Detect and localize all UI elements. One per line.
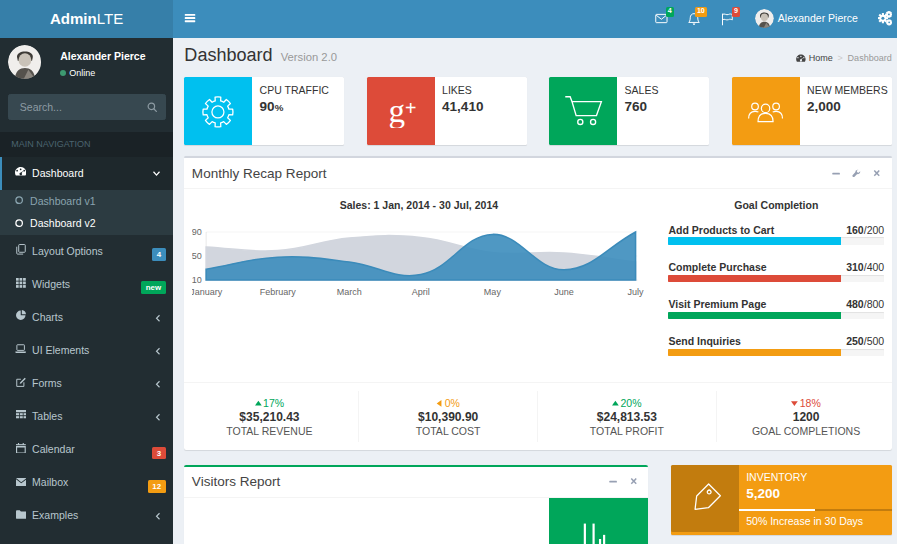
svg-text:50: 50	[192, 251, 202, 261]
svg-text:March: March	[337, 287, 362, 297]
svg-text:g: g	[388, 95, 405, 129]
svg-text:June: June	[554, 287, 574, 297]
svg-text:May: May	[484, 287, 502, 297]
svg-text:+: +	[405, 97, 416, 119]
svg-text:10: 10	[192, 275, 202, 285]
svg-text:January: January	[192, 287, 223, 297]
svg-text:July: July	[627, 287, 644, 297]
svg-text:April: April	[412, 287, 430, 297]
svg-text:90: 90	[192, 227, 202, 237]
svg-text:February: February	[260, 287, 297, 297]
